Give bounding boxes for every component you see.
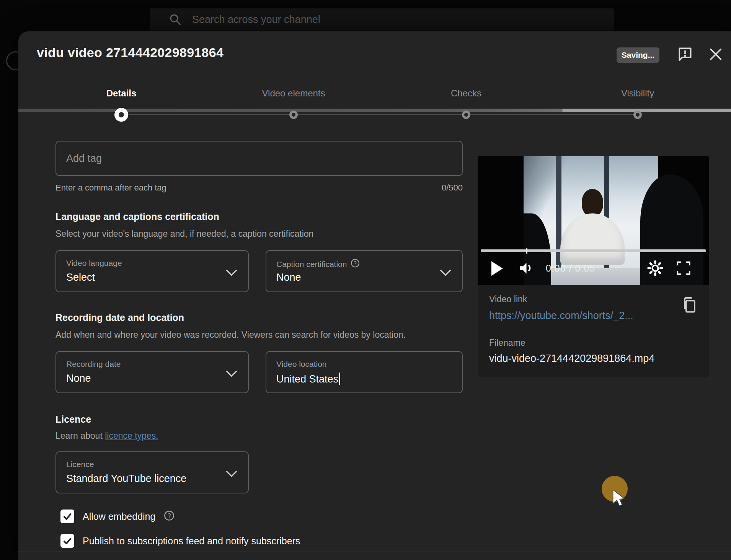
step-dot-checks[interactable]: [462, 111, 470, 119]
time-display: 0:00 / 0:05: [546, 257, 595, 280]
publish-subscriptions-label: Publish to subscriptions feed and notify…: [83, 536, 300, 547]
recording-date-label: Recording date: [66, 360, 121, 369]
publish-subscriptions-row: Publish to subscriptions feed and notify…: [60, 534, 300, 548]
fullscreen-icon[interactable]: [676, 260, 691, 277]
player-controls: 0:00 / 0:05: [478, 257, 709, 280]
chevron-down-icon: [440, 269, 451, 278]
step-dot-visibility[interactable]: [633, 111, 642, 119]
recording-date-select[interactable]: Recording date None: [55, 351, 249, 393]
checkbox-allow-embedding[interactable]: [60, 510, 74, 523]
allow-embedding-row: Allow embedding ?: [60, 510, 175, 523]
tab-visibility[interactable]: Visibility: [576, 88, 699, 99]
tag-input[interactable]: [66, 153, 452, 164]
play-button[interactable]: [491, 261, 503, 276]
progress-bar[interactable]: [481, 249, 706, 252]
video-preview-card: 0:00 / 0:05: [478, 156, 709, 377]
chevron-down-icon: [226, 269, 237, 278]
video-language-value: Select: [66, 272, 95, 283]
video-location-input[interactable]: Video location United States: [266, 351, 463, 393]
person-silhouette: [582, 189, 603, 217]
send-feedback-button[interactable]: [675, 45, 695, 65]
filename-label: Filename: [489, 338, 697, 348]
page-title: vidu video 2714442029891864: [37, 45, 224, 60]
help-icon: ?: [164, 510, 175, 523]
tab-video-elements[interactable]: Video elements: [232, 88, 355, 99]
licence-subtitle-text: Learn about: [55, 431, 105, 441]
video-location-value: United States: [276, 373, 338, 385]
licence-value: Standard YouTube licence: [66, 473, 186, 485]
checkbox-publish-subscriptions[interactable]: [60, 534, 74, 548]
language-section-subtitle: Select your video's language and, if nee…: [55, 229, 313, 239]
copy-icon: [681, 296, 698, 316]
step-dot-video-elements[interactable]: [289, 111, 298, 119]
tag-counter: 0/500: [442, 183, 463, 193]
caption-certification-select[interactable]: Caption certification ? None: [266, 250, 463, 292]
licence-section-heading: Licence: [55, 414, 91, 425]
step-dot-details[interactable]: [114, 108, 128, 122]
video-link[interactable]: https://youtube.com/shorts/_2...: [489, 310, 697, 322]
recording-section-subtitle: Add when and where your video was record…: [55, 330, 406, 340]
cursor-arrow-icon: [610, 489, 627, 509]
svg-text:?: ?: [168, 512, 171, 519]
saving-status-badge: Saving...: [617, 47, 659, 63]
chevron-down-icon: [226, 370, 237, 379]
scrubber[interactable]: [526, 248, 527, 254]
copy-link-button[interactable]: [680, 296, 700, 317]
caption-certification-value: None: [276, 272, 301, 283]
recording-date-value: None: [66, 373, 91, 384]
close-button[interactable]: [706, 45, 726, 65]
volume-icon[interactable]: [517, 260, 534, 278]
licence-select[interactable]: Licence Standard YouTube licence: [55, 451, 249, 493]
stepper-track: [121, 114, 638, 115]
licence-label: Licence: [66, 460, 94, 469]
allow-embedding-label: Allow embedding: [83, 511, 155, 522]
tag-hint: Enter a comma after each tag: [55, 183, 166, 193]
text-caret: [339, 373, 340, 385]
licence-types-link[interactable]: licence types.: [105, 431, 158, 441]
chevron-down-icon: [226, 470, 237, 479]
close-icon: [708, 47, 723, 63]
settings-gear-icon[interactable]: [647, 260, 664, 278]
help-icon: ?: [351, 259, 360, 270]
caption-certification-label: Caption certification: [276, 260, 347, 269]
recording-section-heading: Recording date and location: [55, 312, 184, 323]
video-location-label: Video location: [276, 360, 327, 369]
video-player[interactable]: 0:00 / 0:05: [478, 156, 709, 285]
svg-text:?: ?: [354, 260, 357, 266]
feedback-icon: [677, 46, 693, 64]
video-info-panel: Video link https://youtube.com/shorts/_2…: [478, 285, 709, 377]
search-input[interactable]: [192, 14, 537, 26]
video-link-label: Video link: [489, 294, 697, 304]
search-icon: [168, 13, 182, 26]
tag-input-box[interactable]: [55, 141, 463, 176]
tab-details[interactable]: Details: [60, 88, 183, 99]
channel-search-bar[interactable]: [150, 8, 614, 31]
filename-value: vidu-video-2714442029891864.mp4: [489, 353, 697, 365]
video-language-label: Video language: [66, 259, 122, 268]
language-section-heading: Language and captions certification: [55, 211, 219, 222]
video-language-select[interactable]: Video language Select: [55, 250, 249, 292]
footer-divider: [18, 552, 731, 552]
tab-checks[interactable]: Checks: [405, 88, 527, 99]
